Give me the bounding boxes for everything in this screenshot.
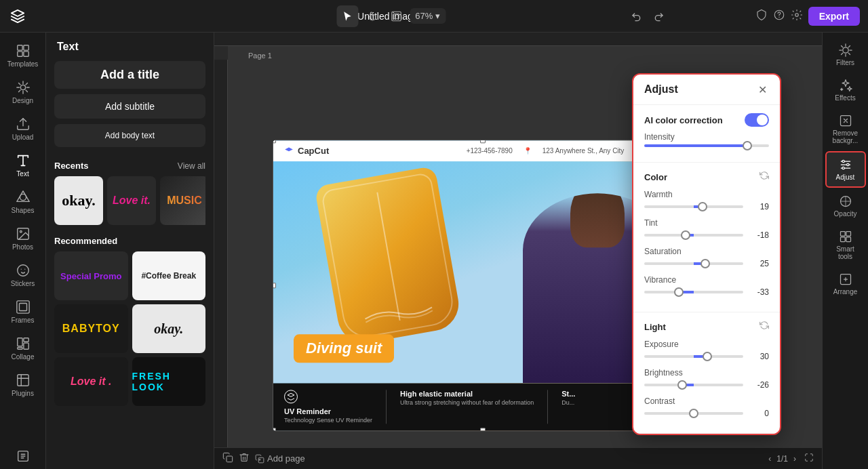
help-icon[interactable]: [773, 9, 785, 24]
settings-icon[interactable]: [791, 9, 803, 24]
rec-item-babytoy[interactable]: BABYTOY: [54, 304, 128, 353]
handle-bl[interactable]: [273, 428, 276, 431]
canvas-background: CapCut +123-456-7890 📍 123 Anywhere St.,…: [273, 140, 692, 430]
right-sidebar-adjust-label: Adjust: [836, 174, 855, 181]
diving-suit-badge: Diving suit: [294, 334, 394, 363]
rec-item-freshlook[interactable]: FRESH LOOK: [132, 357, 206, 406]
warmth-row: Warmth 19: [644, 190, 769, 211]
svg-rect-34: [846, 232, 850, 237]
add-body-button[interactable]: Add body text: [54, 124, 205, 147]
saturation-label: Saturation: [644, 247, 769, 256]
sidebar-label-shapes: Shapes: [12, 207, 35, 214]
handle-bm[interactable]: [480, 428, 486, 431]
add-subtitle-button[interactable]: Add subtitle: [54, 94, 205, 119]
svg-point-24: [842, 47, 848, 53]
zoom-control[interactable]: 67% ▾: [410, 8, 446, 24]
add-page-label: Add page: [267, 453, 305, 464]
right-sidebar: Filters Effects Remove backgr... Adjust …: [822, 33, 868, 469]
right-sidebar-effects[interactable]: Effects: [825, 73, 866, 107]
rec-item-okay2[interactable]: okay.: [132, 304, 206, 353]
sidebar-item-ai[interactable]: [3, 443, 43, 469]
right-sidebar-removebg-label: Remove backgr...: [829, 129, 862, 144]
svg-rect-17: [23, 338, 28, 342]
warmth-slider[interactable]: [644, 205, 743, 208]
right-sidebar-arrange-label: Arrange: [833, 288, 858, 295]
contrast-slider[interactable]: [644, 412, 743, 415]
sidebar-item-shapes[interactable]: Shapes: [3, 184, 43, 220]
exposure-slider[interactable]: [644, 355, 743, 358]
vibrance-value: -33: [749, 287, 769, 297]
sidebar-item-design[interactable]: Design: [3, 75, 43, 110]
recent-loveit-text: Love it.: [113, 195, 151, 207]
right-sidebar-filters[interactable]: Filters: [825, 38, 866, 72]
fit-page-icon[interactable]: [804, 453, 814, 464]
select-tool[interactable]: [336, 5, 358, 27]
sidebar-item-photos[interactable]: Photos: [3, 221, 43, 256]
saturation-slider[interactable]: [644, 262, 743, 265]
tint-value: -18: [749, 230, 769, 240]
contrast-row: Contrast 0: [644, 396, 769, 418]
intensity-slider[interactable]: [644, 144, 769, 147]
right-sidebar-adjust[interactable]: Adjust: [825, 151, 866, 188]
handle-tl[interactable]: [273, 140, 276, 143]
copy-page-icon[interactable]: [222, 452, 233, 466]
saturation-value: 25: [749, 259, 769, 268]
sidebar-item-templates[interactable]: Templates: [3, 38, 43, 73]
light-section: Light Exposure 30 Brightness: [633, 312, 780, 434]
canvas-element[interactable]: ···: [273, 115, 693, 431]
add-page-button[interactable]: Add page: [255, 453, 305, 464]
adjust-close-button[interactable]: ✕: [755, 83, 769, 96]
sidebar-item-frames[interactable]: Frames: [3, 294, 43, 329]
right-sidebar-smart-tools[interactable]: Smart tools: [825, 224, 866, 266]
sidebar-item-upload[interactable]: Upload: [3, 111, 43, 146]
view-all-button[interactable]: View all: [178, 161, 205, 171]
footer-item-elastic: High elastic material Ultra strong stret…: [400, 390, 534, 406]
frame-tool[interactable]: [385, 5, 407, 27]
canvas-image[interactable]: CapCut +123-456-7890 📍 123 Anywhere St.,…: [273, 140, 693, 431]
svg-point-30: [846, 163, 848, 165]
brightness-slider[interactable]: [644, 384, 743, 386]
exposure-value: 30: [749, 352, 769, 361]
sidebar-item-text[interactable]: Text: [3, 148, 43, 183]
topbar-right: Export: [755, 7, 860, 26]
sidebar-item-plugins[interactable]: Plugins: [3, 367, 43, 403]
tint-slider[interactable]: [644, 234, 743, 237]
light-reset[interactable]: [760, 321, 769, 333]
hand-tool[interactable]: [361, 5, 382, 27]
svg-rect-23: [258, 457, 264, 463]
sidebar-item-collage[interactable]: Collage: [3, 331, 43, 366]
handle-tm[interactable]: [480, 140, 486, 143]
export-button[interactable]: Export: [808, 7, 860, 26]
recent-item-loveit[interactable]: Love it.: [107, 176, 156, 225]
rec-item-special-promo[interactable]: Special Promo: [54, 251, 128, 300]
right-sidebar-arrange[interactable]: Arrange: [825, 267, 866, 301]
app-logo: [8, 7, 27, 26]
recent-item-okay[interactable]: okay.: [54, 176, 103, 225]
rec-item-loveit2[interactable]: Love it .: [54, 357, 128, 406]
prev-page-button[interactable]: ‹: [768, 454, 771, 464]
undo-button[interactable]: [627, 6, 647, 26]
vibrance-slider[interactable]: [644, 291, 743, 293]
right-sidebar-opacity[interactable]: Opacity: [825, 189, 866, 223]
adjust-title: Adjust: [644, 83, 678, 96]
color-reset[interactable]: [760, 171, 769, 183]
svg-rect-33: [840, 232, 845, 237]
redo-button[interactable]: [648, 6, 669, 26]
next-page-button[interactable]: ›: [793, 454, 796, 464]
right-sidebar-remove-bg[interactable]: Remove backgr...: [825, 108, 866, 150]
sidebar-label-plugins: Plugins: [12, 390, 34, 397]
handle-ml[interactable]: [273, 283, 276, 288]
canvas-logo: CapCut: [284, 146, 329, 156]
add-title-button[interactable]: Add a title: [54, 61, 205, 89]
rec-item-coffee-break[interactable]: #Coffee Break: [132, 251, 206, 300]
canvas-phone: +123-456-7890: [467, 147, 513, 155]
ai-color-toggle[interactable]: [745, 113, 769, 127]
canvas-header-info: +123-456-7890 📍 123 Anywhere St., Any Ci…: [340, 147, 682, 155]
freshlook-text: FRESH LOOK: [132, 371, 206, 392]
sidebar-item-stickers[interactable]: Stickers: [3, 258, 43, 293]
bottom-left: Add page: [222, 452, 305, 466]
svg-point-3: [795, 13, 798, 16]
delete-page-icon[interactable]: [239, 452, 250, 466]
svg-rect-36: [846, 237, 850, 242]
recent-item-music[interactable]: MUSIC: [160, 176, 205, 225]
